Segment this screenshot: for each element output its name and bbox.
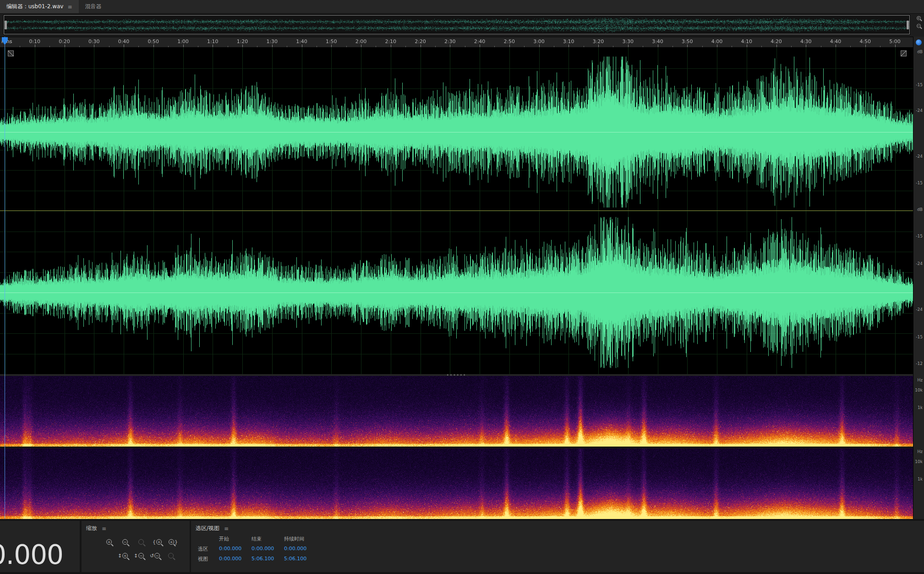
ruler-minor-tick [168, 46, 169, 47]
ruler-label: 2:10 [385, 39, 396, 44]
zoom-full-button[interactable] [164, 550, 177, 561]
ruler-tick [509, 44, 510, 47]
zoom-panel-menu-icon[interactable]: ≡ [102, 525, 106, 532]
ruler-minor-tick [346, 46, 347, 47]
ruler-minor-tick [317, 46, 317, 47]
column-header-duration: 持续时间 [284, 535, 328, 542]
db-scale-label: -15 [916, 181, 923, 185]
splitter-grip-dots: •••••• [447, 375, 467, 375]
column-header-end: 结束 [252, 535, 284, 542]
navigator-left-handle[interactable] [5, 21, 7, 29]
fade-in-handle[interactable] [8, 50, 14, 56]
selection-duration-value[interactable]: 0:00.000 [284, 546, 328, 552]
zoom-out-point-button[interactable]: +} [167, 536, 180, 547]
waveform-editor[interactable] [0, 48, 913, 374]
zoom-button-affix: { [153, 539, 156, 545]
zoom-reset-button[interactable]: ↺− [148, 550, 161, 561]
view-end-value[interactable]: 5:06.100 [252, 556, 284, 563]
auto-scroll-indicator-icon[interactable] [916, 39, 922, 45]
ruler-label: 1:20 [237, 39, 248, 44]
ruler-label: 4:20 [771, 39, 782, 44]
hz-scale-label: 10k [915, 459, 923, 464]
ruler-minor-tick [702, 46, 703, 47]
ruler-tick [183, 44, 184, 47]
navigator-zoom-out-icon[interactable]: − [917, 24, 921, 28]
row-label-view: 视图 [198, 556, 219, 563]
corner-cell [198, 535, 219, 542]
row-label-selection: 选区 [198, 546, 219, 552]
vertical-scale-strip[interactable]: dB-15-24-24-15dB-15-24-24-15-12Hz10k1kHz… [913, 37, 924, 519]
ruler-label: 0:30 [88, 39, 100, 44]
ruler-label: 4:00 [711, 39, 723, 44]
ruler-minor-tick [79, 46, 80, 47]
tab-mixer-label: 混音器 [85, 3, 102, 11]
ruler-tick [539, 44, 540, 47]
playhead-line[interactable] [5, 37, 5, 519]
db-scale-label: -24 [916, 154, 923, 159]
ruler-minor-tick [287, 46, 287, 47]
ruler-tick [865, 44, 866, 47]
ruler-minor-tick [109, 46, 109, 47]
tab-editor-label: 编辑器 : usb01-2.wav [6, 3, 63, 11]
tab-mixer[interactable]: 混音器 [79, 0, 108, 13]
selection-end-value[interactable]: 0:00.000 [252, 546, 284, 552]
panel-tab-bar: 编辑器 : usb01-2.wav ≡ 混音器 [0, 0, 924, 14]
ruler-tick [480, 44, 480, 47]
selection-panel-menu-icon[interactable]: ≡ [224, 525, 229, 532]
db-scale-label: -24 [916, 307, 923, 312]
zoom-panel: 缩放 ≡ +−{++} ↕+↕−↺− [82, 521, 190, 572]
db-scale-label: -24 [916, 261, 923, 266]
ruler-tick [421, 44, 421, 47]
ruler-label: 1:10 [207, 39, 219, 44]
ruler-minor-tick [613, 46, 613, 47]
ruler-label: 3:30 [622, 39, 634, 44]
panel-menu-icon[interactable]: ≡ [67, 4, 72, 10]
ruler-tick [747, 44, 747, 47]
zoom-out-amplitude-button[interactable]: ↕− [132, 550, 145, 561]
ruler-minor-tick [880, 46, 880, 47]
zoom-button-affix: ↕ [118, 553, 122, 559]
ruler-minor-tick [376, 46, 376, 47]
tab-editor[interactable]: 编辑器 : usb01-2.wav ≡ [0, 0, 79, 13]
selection-panel-title: 选区/视图 [196, 524, 219, 532]
magnifier-icon: − [154, 553, 160, 558]
selection-start-value[interactable]: 0:00.000 [219, 546, 252, 552]
navigator-right-handle[interactable] [907, 21, 909, 29]
ruler-minor-tick [850, 46, 851, 47]
db-scale-label: dB [917, 207, 923, 212]
zoom-in-time-button[interactable]: + [103, 536, 115, 547]
overview-navigator[interactable] [4, 15, 910, 34]
zoom-in-point-button[interactable]: {+ [151, 536, 164, 547]
ruler-tick [895, 44, 896, 47]
zoom-in-amplitude-button[interactable]: ↕+ [116, 550, 129, 561]
ruler-label: 2:40 [474, 39, 486, 44]
navigator-zoom-in-icon[interactable]: + [917, 16, 921, 20]
view-start-value[interactable]: 0:00.000 [219, 556, 252, 563]
fade-out-handle[interactable] [901, 50, 907, 56]
waveform-display[interactable] [0, 48, 913, 374]
ruler-label: 3:40 [652, 39, 663, 44]
db-scale-label: -24 [916, 108, 923, 113]
ruler-minor-tick [732, 46, 732, 47]
view-duration-value[interactable]: 5:06.100 [284, 556, 328, 563]
spectrogram-display[interactable] [0, 376, 913, 519]
playhead-time-display[interactable]: 0:00.000 [0, 539, 63, 570]
ruler-minor-tick [228, 46, 228, 47]
zoom-out-time-button[interactable]: − [119, 536, 131, 547]
zoom-button-affix: } [175, 539, 178, 545]
magnifier-icon [168, 553, 174, 558]
zoom-to-selection-button[interactable] [135, 536, 148, 547]
selection-view-table: 开始 结束 持续时间 选区 0:00.000 0:00.000 0:00.000… [198, 535, 328, 563]
ruler-minor-tick [584, 46, 584, 47]
ruler-tick [717, 44, 717, 47]
ruler-tick [242, 44, 243, 47]
hz-scale-label: Hz [918, 449, 923, 454]
ruler-tick [65, 44, 65, 47]
ruler-tick [361, 44, 361, 47]
hz-scale-label: 1k [918, 477, 923, 481]
overview-waveform[interactable] [4, 16, 909, 34]
ruler-label: 4:10 [741, 39, 752, 44]
zoom-button-affix: ↕ [134, 553, 138, 559]
spectral-editor[interactable] [0, 376, 913, 519]
timeline-ruler[interactable]: hms 0:100:200:300:400:501:001:101:201:30… [0, 37, 913, 48]
